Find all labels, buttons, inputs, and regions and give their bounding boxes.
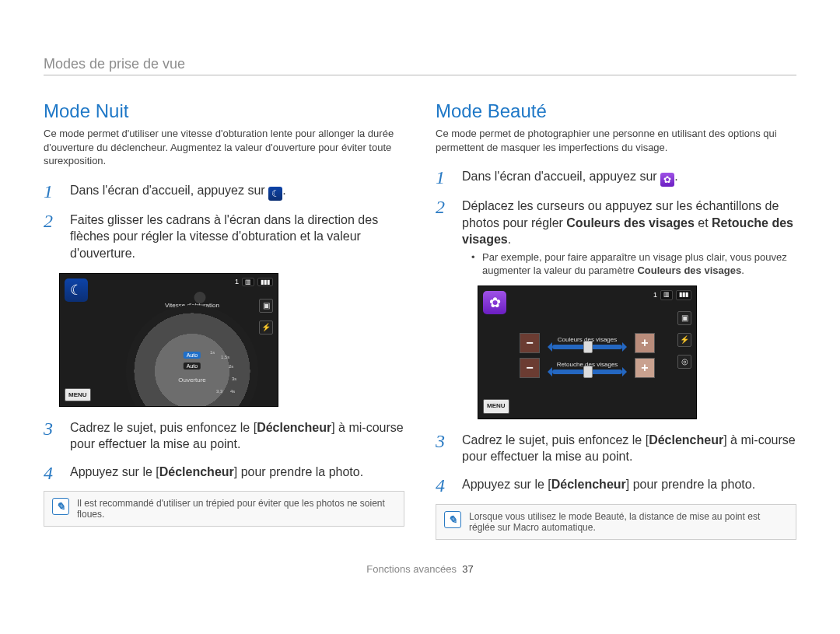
beauty-note: ✎ Lorsque vous utilisez le mode Beauté, … (436, 504, 796, 540)
slider-row-retouche: − Retouche des visages + (520, 358, 655, 378)
beauty-step-1: Dans l'écran d'accueil, appuyez sur ✿. (436, 168, 796, 187)
sd-icon: ▥ (242, 278, 254, 286)
menu-button: MENU (65, 388, 91, 401)
shots-remaining: 1 (653, 290, 657, 299)
display-toggle-icon: ▣ (259, 299, 273, 313)
beauty-step-3: Cadrez le sujet, puis enfoncez le [Décle… (436, 432, 796, 465)
page-footer: Fonctions avancées 37 (44, 563, 796, 575)
display-toggle-icon: ▣ (677, 311, 691, 325)
night-mode-icon: ☾ (65, 278, 88, 302)
battery-icon: ▮▮▮ (257, 278, 273, 286)
sample-plus-icon: + (635, 358, 655, 378)
night-mode-icon: ☾ (268, 187, 282, 201)
flash-icon: ⚡ (677, 333, 691, 347)
sample-plus-icon: + (635, 333, 655, 353)
dial-auto-shutter: Auto (184, 352, 201, 359)
sample-minus-icon: − (520, 358, 540, 378)
dial-auto-aperture: Auto (184, 363, 201, 370)
menu-button: MENU (483, 399, 509, 414)
beauty-lcd: ✿ 1 ▥ ▮▮▮ ▣ ⚡ ◎ − (478, 285, 697, 419)
beauty-mode-icon: ✿ (660, 173, 674, 187)
flash-icon: ⚡ (259, 321, 273, 335)
heading-night: Mode Nuit (44, 100, 404, 122)
info-icon: ✎ (52, 498, 69, 515)
night-lcd: ☾ 1 ▥ ▮▮▮ ▣ ⚡ Vitesse d'obturation Auto … (59, 273, 278, 407)
aperture-label: Ouverture (178, 377, 206, 384)
section-beauty-mode: Mode Beauté Ce mode permet de photograph… (436, 100, 796, 540)
breadcrumb: Modes de prise de vue (44, 56, 796, 75)
slider-row-couleurs: − Couleurs des visages + (520, 333, 655, 353)
heading-beauty: Mode Beauté (436, 100, 796, 122)
battery-icon: ▮▮▮ (676, 290, 691, 300)
intro-beauty: Ce mode permet de photographier une pers… (436, 127, 796, 154)
beauty-step-4: Appuyez sur le [Déclencheur] pour prendr… (436, 476, 796, 493)
sample-minus-icon: − (520, 333, 540, 353)
section-night-mode: Mode Nuit Ce mode permet d'utiliser une … (44, 100, 404, 540)
beauty-step-2-sub: Par exemple, pour faire apparaître un vi… (462, 251, 796, 278)
night-step-1: Dans l'écran d'accueil, appuyez sur ☾. (44, 182, 404, 201)
info-icon: ✎ (444, 511, 461, 528)
sd-icon: ▥ (660, 290, 673, 300)
intro-night: Ce mode permet d'utiliser une vitesse d'… (44, 127, 404, 168)
shots-remaining: 1 (235, 278, 239, 285)
night-step-4: Appuyez sur le [Déclencheur] pour prendr… (44, 464, 404, 481)
focus-icon: ◎ (677, 355, 691, 369)
beauty-step-2: Déplacez les curseurs ou appuyez sur les… (436, 198, 796, 419)
beauty-mode-icon: ✿ (483, 291, 506, 314)
night-note: ✎ Il est recommandé d'utiliser un trépie… (44, 491, 404, 527)
slider-retouche (552, 370, 622, 374)
night-step-2: Faites glisser les cadrans à l'écran dan… (44, 212, 404, 262)
slider-couleurs (552, 345, 622, 349)
exposure-dial: Auto Auto Ouverture 1s 1,5s 2s 3s 4s 3,3 (126, 305, 258, 407)
night-step-3: Cadrez le sujet, puis enfoncez le [Décle… (44, 419, 404, 453)
